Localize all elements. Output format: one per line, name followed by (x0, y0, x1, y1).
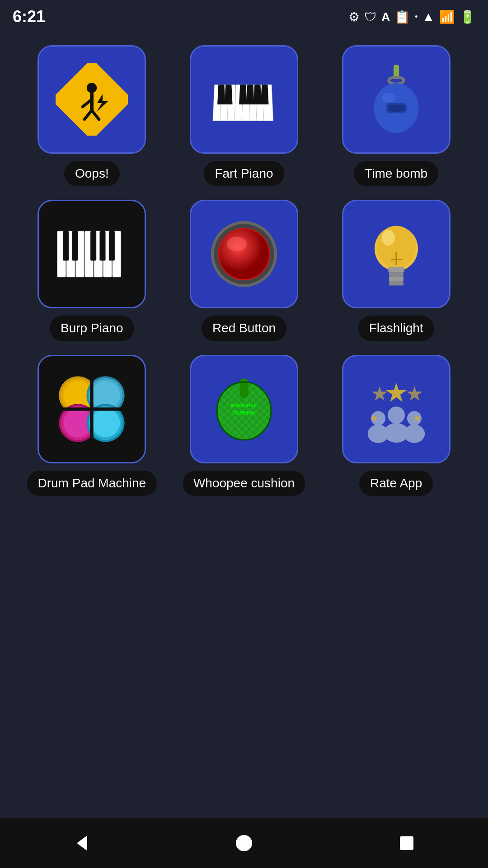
svg-marker-16 (225, 85, 232, 104)
whoopee-icon-box[interactable]: WHOOPEE CUSHION (190, 355, 298, 463)
dot-icon: • (415, 12, 418, 22)
svg-point-83 (407, 411, 422, 425)
whoopee-label: Whoopee cushion (183, 471, 305, 496)
svg-point-24 (382, 93, 395, 103)
nav-bar (0, 818, 488, 868)
recent-icon (395, 832, 418, 854)
red-button-icon (208, 218, 280, 290)
status-time: 6:21 (13, 7, 45, 26)
back-icon (70, 832, 93, 854)
shield-icon: 🛡 (364, 9, 377, 24)
app-item-fart-piano[interactable]: Fart Piano (175, 45, 314, 186)
app-item-whoopee[interactable]: WHOOPEE CUSHION Whoopee cushion (175, 355, 314, 496)
whoopee-icon: WHOOPEE CUSHION (208, 373, 280, 445)
drum-pad-icon-box[interactable] (38, 355, 146, 463)
svg-marker-77 (385, 383, 407, 402)
svg-point-88 (236, 835, 252, 851)
app-item-red-button[interactable]: Red Button (175, 200, 314, 341)
svg-point-46 (382, 230, 395, 246)
fart-piano-icon (208, 63, 280, 136)
svg-point-84 (404, 425, 425, 443)
svg-marker-18 (246, 85, 254, 104)
svg-text:WHOOPEE: WHOOPEE (231, 403, 258, 408)
svg-rect-51 (389, 277, 404, 282)
app-item-flashlight[interactable]: Flashlight (327, 200, 465, 341)
fart-piano-label: Fart Piano (204, 161, 284, 186)
app-item-drum-pad[interactable]: Drum Pad Machine (23, 355, 161, 496)
oops-icon-box[interactable] (38, 45, 146, 154)
recent-button[interactable] (389, 825, 425, 861)
home-icon (233, 832, 255, 854)
flashlight-label: Flashlight (358, 316, 434, 341)
svg-marker-19 (253, 85, 261, 104)
home-button[interactable] (226, 825, 262, 861)
fart-piano-icon-box[interactable] (190, 45, 298, 154)
back-button[interactable] (63, 825, 99, 861)
clipboard-icon: 📋 (394, 9, 410, 24)
burp-piano-icon (56, 218, 128, 290)
a-icon: A (381, 10, 390, 24)
svg-rect-26 (388, 104, 405, 111)
svg-marker-87 (77, 835, 87, 851)
svg-marker-76 (372, 386, 388, 401)
app-item-burp-piano[interactable]: Burp Piano (23, 200, 161, 341)
settings-icon: ⚙ (348, 9, 360, 24)
rate-app-label: Rate App (359, 471, 433, 496)
signal-icon: 📶 (439, 9, 455, 24)
svg-marker-15 (217, 85, 225, 104)
burp-piano-label: Burp Piano (50, 316, 134, 341)
svg-rect-49 (388, 267, 404, 273)
svg-point-81 (388, 406, 405, 424)
app-item-oops[interactable]: Oops! (23, 45, 161, 186)
svg-point-64 (91, 408, 120, 437)
burp-piano-icon-box[interactable] (38, 200, 146, 308)
svg-text:CUSHION: CUSHION (232, 410, 256, 415)
svg-rect-34 (63, 231, 69, 260)
app-item-rate-app[interactable]: Rate App (327, 355, 465, 496)
svg-marker-20 (261, 85, 268, 104)
svg-point-43 (227, 237, 247, 251)
rate-app-icon-box[interactable] (342, 355, 450, 463)
svg-marker-17 (239, 85, 247, 104)
flashlight-icon (360, 218, 432, 290)
status-icons: ⚙ 🛡 A 📋 • ▲ 📶 🔋 (348, 9, 475, 24)
app-grid-container: Oops! (0, 32, 488, 818)
red-button-label: Red Button (202, 316, 286, 341)
status-bar: 6:21 ⚙ 🛡 A 📋 • ▲ 📶 🔋 (0, 0, 488, 32)
time-bomb-icon (360, 63, 432, 136)
svg-rect-52 (389, 281, 404, 286)
flashlight-icon-box[interactable] (342, 200, 450, 308)
svg-rect-50 (389, 273, 404, 277)
svg-rect-36 (90, 231, 96, 260)
svg-point-42 (219, 229, 269, 279)
oops-icon (56, 63, 128, 136)
rate-app-icon (360, 373, 432, 445)
svg-rect-66 (56, 407, 128, 410)
svg-marker-78 (407, 386, 422, 401)
svg-point-22 (389, 77, 404, 84)
svg-rect-38 (109, 231, 115, 260)
app-item-time-bomb[interactable]: Time bomb (327, 45, 465, 186)
svg-rect-37 (100, 231, 106, 260)
red-button-icon-box[interactable] (190, 200, 298, 308)
time-bomb-icon-box[interactable] (342, 45, 450, 154)
svg-rect-35 (72, 231, 78, 260)
drum-pad-icon (56, 373, 128, 445)
wifi-icon: ▲ (422, 9, 435, 24)
svg-rect-89 (400, 836, 413, 850)
oops-label: Oops! (64, 161, 120, 186)
time-bomb-label: Time bomb (354, 161, 438, 186)
drum-pad-label: Drum Pad Machine (27, 471, 157, 496)
app-grid: Oops! (23, 45, 465, 496)
battery-icon: 🔋 (460, 9, 475, 24)
